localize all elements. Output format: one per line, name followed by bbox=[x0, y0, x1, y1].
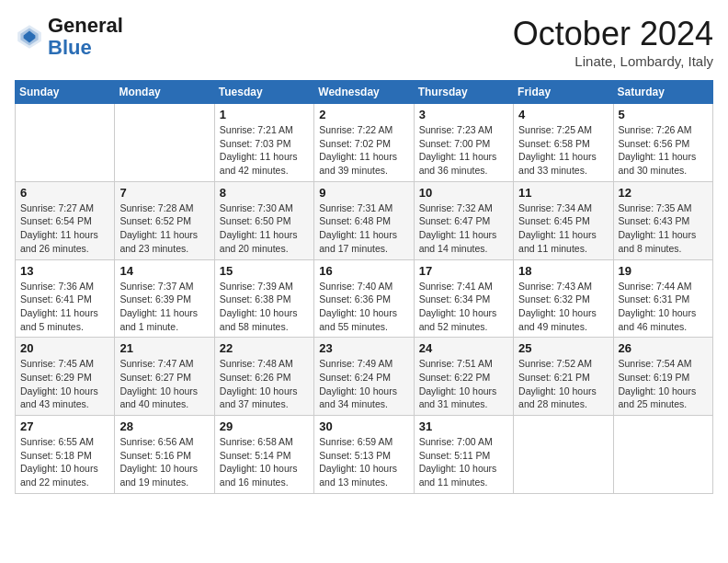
day-info: Sunrise: 7:54 AM Sunset: 6:19 PM Dayligh… bbox=[619, 357, 708, 411]
month-title: October 2024 bbox=[513, 15, 713, 53]
calendar-cell: 13Sunrise: 7:36 AM Sunset: 6:41 PM Dayli… bbox=[16, 259, 115, 338]
calendar-week-row: 27Sunrise: 6:55 AM Sunset: 5:18 PM Dayli… bbox=[16, 416, 713, 494]
calendar-cell: 14Sunrise: 7:37 AM Sunset: 6:39 PM Dayli… bbox=[115, 259, 214, 338]
calendar-cell: 9Sunrise: 7:31 AM Sunset: 6:48 PM Daylig… bbox=[314, 181, 414, 259]
day-info: Sunrise: 6:56 AM Sunset: 5:16 PM Dayligh… bbox=[119, 435, 209, 489]
day-number: 31 bbox=[419, 419, 508, 433]
calendar-cell: 4Sunrise: 7:25 AM Sunset: 6:58 PM Daylig… bbox=[514, 104, 613, 182]
day-info: Sunrise: 7:22 AM Sunset: 7:02 PM Dayligh… bbox=[319, 123, 408, 178]
calendar-cell: 12Sunrise: 7:35 AM Sunset: 6:43 PM Dayli… bbox=[613, 181, 712, 259]
calendar-week-row: 6Sunrise: 7:27 AM Sunset: 6:54 PM Daylig… bbox=[16, 181, 713, 259]
day-number: 12 bbox=[619, 186, 708, 200]
calendar-cell: 1Sunrise: 7:21 AM Sunset: 7:03 PM Daylig… bbox=[214, 104, 313, 182]
calendar-cell: 21Sunrise: 7:47 AM Sunset: 6:27 PM Dayli… bbox=[115, 338, 214, 416]
calendar-cell: 20Sunrise: 7:45 AM Sunset: 6:29 PM Dayli… bbox=[16, 338, 115, 416]
calendar-cell: 7Sunrise: 7:28 AM Sunset: 6:52 PM Daylig… bbox=[115, 181, 214, 259]
day-number: 30 bbox=[319, 419, 408, 433]
calendar-cell: 3Sunrise: 7:23 AM Sunset: 7:00 PM Daylig… bbox=[414, 104, 513, 182]
day-number: 18 bbox=[518, 264, 608, 278]
day-info: Sunrise: 7:47 AM Sunset: 6:27 PM Dayligh… bbox=[119, 357, 209, 411]
day-number: 6 bbox=[20, 186, 109, 200]
weekday-header: Monday bbox=[115, 81, 214, 104]
day-info: Sunrise: 7:40 AM Sunset: 6:36 PM Dayligh… bbox=[319, 280, 408, 334]
day-info: Sunrise: 7:35 AM Sunset: 6:43 PM Dayligh… bbox=[619, 201, 708, 256]
day-number: 26 bbox=[619, 341, 708, 355]
day-info: Sunrise: 7:21 AM Sunset: 7:03 PM Dayligh… bbox=[220, 123, 309, 178]
title-block: October 2024 Linate, Lombardy, Italy bbox=[513, 15, 713, 69]
calendar-cell: 31Sunrise: 7:00 AM Sunset: 5:11 PM Dayli… bbox=[414, 416, 513, 494]
calendar-table: SundayMondayTuesdayWednesdayThursdayFrid… bbox=[15, 80, 713, 494]
day-info: Sunrise: 7:28 AM Sunset: 6:52 PM Dayligh… bbox=[119, 201, 209, 256]
day-number: 27 bbox=[20, 419, 109, 433]
calendar-cell: 23Sunrise: 7:49 AM Sunset: 6:24 PM Dayli… bbox=[314, 338, 414, 416]
weekday-header: Sunday bbox=[16, 81, 115, 104]
calendar-week-row: 20Sunrise: 7:45 AM Sunset: 6:29 PM Dayli… bbox=[16, 338, 713, 416]
calendar-cell: 15Sunrise: 7:39 AM Sunset: 6:38 PM Dayli… bbox=[214, 259, 313, 338]
day-number: 3 bbox=[419, 108, 508, 121]
day-number: 1 bbox=[220, 108, 309, 121]
weekday-header: Wednesday bbox=[314, 81, 414, 104]
weekday-header: Friday bbox=[514, 81, 613, 104]
day-number: 11 bbox=[518, 186, 608, 200]
calendar-week-row: 13Sunrise: 7:36 AM Sunset: 6:41 PM Dayli… bbox=[16, 259, 713, 338]
day-number: 24 bbox=[419, 341, 508, 355]
day-info: Sunrise: 7:51 AM Sunset: 6:22 PM Dayligh… bbox=[419, 357, 508, 411]
calendar-cell: 24Sunrise: 7:51 AM Sunset: 6:22 PM Dayli… bbox=[414, 338, 513, 416]
day-number: 4 bbox=[518, 108, 608, 121]
day-info: Sunrise: 7:36 AM Sunset: 6:41 PM Dayligh… bbox=[20, 280, 109, 334]
calendar-cell: 10Sunrise: 7:32 AM Sunset: 6:47 PM Dayli… bbox=[414, 181, 513, 259]
day-info: Sunrise: 7:44 AM Sunset: 6:31 PM Dayligh… bbox=[619, 280, 708, 334]
weekday-header: Saturday bbox=[613, 81, 712, 104]
calendar-cell: 8Sunrise: 7:30 AM Sunset: 6:50 PM Daylig… bbox=[214, 181, 313, 259]
day-info: Sunrise: 7:32 AM Sunset: 6:47 PM Dayligh… bbox=[419, 201, 508, 256]
calendar-cell: 30Sunrise: 6:59 AM Sunset: 5:13 PM Dayli… bbox=[314, 416, 414, 494]
day-info: Sunrise: 7:41 AM Sunset: 6:34 PM Dayligh… bbox=[419, 280, 508, 334]
day-number: 29 bbox=[220, 419, 309, 433]
day-number: 2 bbox=[319, 108, 408, 121]
day-number: 21 bbox=[119, 341, 209, 355]
calendar-cell: 29Sunrise: 6:58 AM Sunset: 5:14 PM Dayli… bbox=[214, 416, 313, 494]
logo: General Blue bbox=[15, 15, 123, 59]
calendar-cell bbox=[514, 416, 613, 494]
calendar-cell: 16Sunrise: 7:40 AM Sunset: 6:36 PM Dayli… bbox=[314, 259, 414, 338]
day-info: Sunrise: 7:43 AM Sunset: 6:32 PM Dayligh… bbox=[518, 280, 608, 334]
calendar-cell: 2Sunrise: 7:22 AM Sunset: 7:02 PM Daylig… bbox=[314, 104, 414, 182]
calendar-cell: 28Sunrise: 6:56 AM Sunset: 5:16 PM Dayli… bbox=[115, 416, 214, 494]
day-number: 17 bbox=[419, 264, 508, 278]
weekday-header: Thursday bbox=[414, 81, 513, 104]
day-number: 25 bbox=[518, 341, 608, 355]
calendar-cell: 22Sunrise: 7:48 AM Sunset: 6:26 PM Dayli… bbox=[214, 338, 313, 416]
day-number: 13 bbox=[20, 264, 109, 278]
day-info: Sunrise: 7:48 AM Sunset: 6:26 PM Dayligh… bbox=[220, 357, 309, 411]
day-info: Sunrise: 7:27 AM Sunset: 6:54 PM Dayligh… bbox=[20, 201, 109, 256]
location: Linate, Lombardy, Italy bbox=[513, 53, 713, 69]
calendar-cell bbox=[613, 416, 712, 494]
day-number: 14 bbox=[119, 264, 209, 278]
day-info: Sunrise: 7:31 AM Sunset: 6:48 PM Dayligh… bbox=[319, 201, 408, 256]
day-number: 7 bbox=[119, 186, 209, 200]
logo-general: General bbox=[48, 14, 123, 37]
day-number: 8 bbox=[220, 186, 309, 200]
day-number: 16 bbox=[319, 264, 408, 278]
day-number: 22 bbox=[220, 341, 309, 355]
day-info: Sunrise: 7:39 AM Sunset: 6:38 PM Dayligh… bbox=[220, 280, 309, 334]
page-header: General Blue October 2024 Linate, Lombar… bbox=[15, 15, 713, 69]
calendar-cell: 18Sunrise: 7:43 AM Sunset: 6:32 PM Dayli… bbox=[514, 259, 613, 338]
day-number: 23 bbox=[319, 341, 408, 355]
calendar-cell: 17Sunrise: 7:41 AM Sunset: 6:34 PM Dayli… bbox=[414, 259, 513, 338]
day-info: Sunrise: 7:45 AM Sunset: 6:29 PM Dayligh… bbox=[20, 357, 109, 411]
calendar-header-row: SundayMondayTuesdayWednesdayThursdayFrid… bbox=[16, 81, 713, 104]
day-info: Sunrise: 7:37 AM Sunset: 6:39 PM Dayligh… bbox=[119, 280, 209, 334]
day-number: 20 bbox=[20, 341, 109, 355]
day-number: 28 bbox=[119, 419, 209, 433]
day-number: 5 bbox=[619, 108, 708, 121]
day-info: Sunrise: 7:25 AM Sunset: 6:58 PM Dayligh… bbox=[518, 123, 608, 178]
calendar-cell: 26Sunrise: 7:54 AM Sunset: 6:19 PM Dayli… bbox=[613, 338, 712, 416]
day-number: 10 bbox=[419, 186, 508, 200]
logo-icon bbox=[15, 22, 44, 52]
calendar-cell: 5Sunrise: 7:26 AM Sunset: 6:56 PM Daylig… bbox=[613, 104, 712, 182]
weekday-header: Tuesday bbox=[214, 81, 313, 104]
calendar-cell bbox=[115, 104, 214, 182]
day-number: 15 bbox=[220, 264, 309, 278]
day-info: Sunrise: 7:26 AM Sunset: 6:56 PM Dayligh… bbox=[619, 123, 708, 178]
